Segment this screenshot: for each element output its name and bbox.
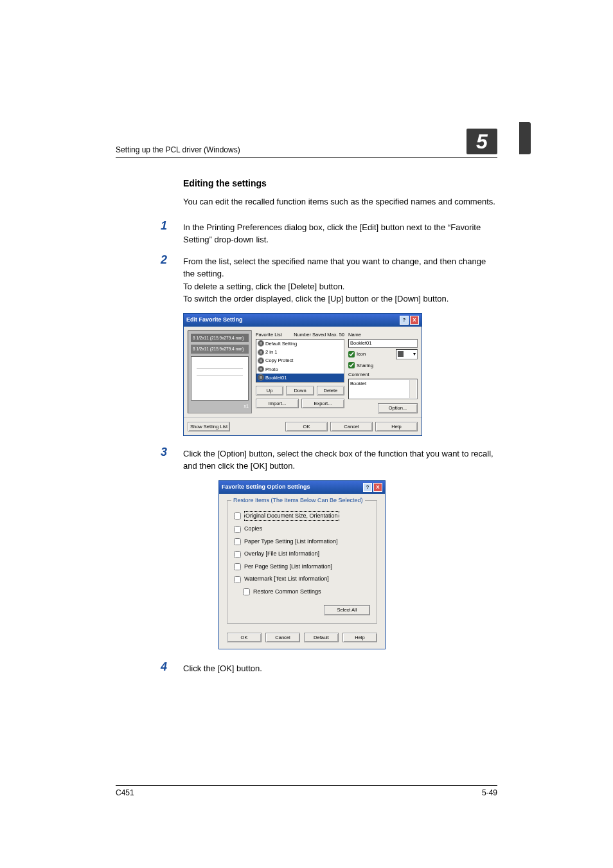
chapter-number-badge: 5: [466, 129, 497, 154]
sharing-label: Sharing: [357, 362, 373, 369]
dialog-titlebar: Favorite Setting Option Settings ? X: [219, 481, 385, 494]
select-all-button[interactable]: Select All: [324, 605, 370, 615]
list-item[interactable]: Gray Scale: [256, 382, 344, 383]
step-number: 4: [161, 661, 183, 675]
checkbox[interactable]: [234, 551, 241, 558]
step2-line1: From the list, select the specified name…: [183, 257, 486, 279]
option-row[interactable]: Per Page Setting [List Information]: [234, 563, 370, 572]
option-button[interactable]: Option...: [378, 403, 418, 413]
checkbox[interactable]: [234, 512, 241, 520]
chevron-down-icon: ▾: [413, 350, 416, 357]
help-icon[interactable]: ?: [363, 483, 372, 492]
ok-button[interactable]: OK: [285, 422, 328, 431]
option-label: Copies: [244, 525, 262, 534]
option-row[interactable]: Watermark [Text List Information]: [234, 575, 370, 584]
delete-button[interactable]: Delete: [317, 386, 344, 395]
help-button[interactable]: Help: [375, 422, 418, 431]
gear-icon: [258, 375, 263, 380]
option-label: Watermark [Text List Information]: [244, 575, 329, 584]
help-icon[interactable]: ?: [400, 316, 409, 325]
comment-textarea[interactable]: Booklet: [348, 379, 418, 399]
close-icon[interactable]: X: [373, 483, 382, 492]
show-setting-list-button[interactable]: Show Setting List: [188, 422, 230, 431]
option-row[interactable]: Original Document Size, Orientation: [234, 511, 370, 521]
close-icon[interactable]: X: [410, 316, 419, 325]
option-label: Restore Common Settings: [253, 588, 321, 597]
icon-label: Icon: [357, 350, 366, 357]
dialog-title: Edit Favorite Setting: [186, 316, 243, 325]
list-item[interactable]: Default Setting: [256, 339, 344, 348]
restore-items-group: Restore Items (The Items Below Can Be Se…: [227, 500, 377, 624]
checkbox[interactable]: [243, 588, 250, 595]
step2-line2: To delete a setting, click the [Delete] …: [183, 282, 344, 291]
sharing-checkbox[interactable]: [348, 362, 355, 368]
icon-checkbox[interactable]: [348, 351, 355, 357]
preview-size-from: 8 1/2x11 (215.9x279.4 mm): [191, 334, 249, 343]
cancel-button[interactable]: Cancel: [265, 633, 300, 642]
option-row[interactable]: Restore Common Settings: [243, 588, 370, 597]
side-tab-decoration: [519, 122, 531, 154]
scrollbar[interactable]: [409, 380, 416, 398]
page-footer: C451 5-49: [116, 785, 497, 797]
list-item-selected[interactable]: Booklet01: [256, 374, 344, 382]
option-label: Per Page Setting [List Information]: [244, 563, 332, 572]
option-row[interactable]: Paper Type Setting [List Information]: [234, 538, 370, 547]
step-text: From the list, select the specified name…: [183, 254, 497, 305]
gear-icon: [258, 366, 263, 372]
option-label: Paper Type Setting [List Information]: [244, 538, 337, 547]
export-button[interactable]: Export...: [301, 399, 344, 408]
checkbox[interactable]: [234, 576, 241, 583]
step-text: In the Printing Preferences dialog box, …: [183, 220, 497, 246]
icon-dropdown[interactable]: ▾: [396, 349, 418, 359]
preview-zoom: x1: [191, 403, 249, 410]
favorite-list[interactable]: Default Setting 2 in 1 Copy Protect Phot…: [256, 339, 344, 383]
up-button[interactable]: Up: [256, 386, 283, 395]
comment-label: Comment: [348, 371, 418, 378]
help-button[interactable]: Help: [342, 633, 377, 642]
cancel-button[interactable]: Cancel: [330, 422, 373, 431]
footer-page: 5-49: [482, 788, 497, 797]
dialog-titlebar: Edit Favorite Setting ? X: [184, 314, 422, 327]
booklet-icon: [398, 351, 404, 357]
ok-button[interactable]: OK: [227, 633, 262, 642]
preview-page-icon: [191, 356, 249, 401]
import-button[interactable]: Import...: [256, 399, 299, 408]
step-number: 2: [161, 254, 183, 305]
preview-pane: 8 1/2x11 (215.9x279.4 mm) 8 1/2x11 (215.…: [188, 330, 252, 413]
checkbox[interactable]: [234, 526, 241, 533]
edit-favorite-setting-dialog: Edit Favorite Setting ? X 8 1/2x11 (215.…: [183, 313, 422, 436]
favorite-list-label: Favorite List: [256, 331, 282, 338]
step-number: 3: [161, 446, 183, 473]
step-text: Click the [OK] button.: [183, 661, 497, 675]
section-heading: Editing the settings: [183, 177, 497, 190]
option-label: Overlay [File List Information]: [244, 550, 319, 559]
max-saved-label: Number Saved Max. 50: [294, 331, 344, 338]
name-label: Name: [348, 331, 418, 338]
preview-size-to: 8 1/2x11 (215.9x279.4 mm): [191, 345, 249, 354]
footer-model: C451: [116, 788, 134, 797]
default-button[interactable]: Default: [304, 633, 339, 642]
option-row[interactable]: Overlay [File List Information]: [234, 550, 370, 559]
gear-icon: [258, 341, 263, 346]
step2-line3: To switch the order displayed, click the…: [183, 294, 449, 303]
name-input[interactable]: Booklet01: [348, 339, 418, 348]
option-row[interactable]: Copies: [234, 525, 370, 534]
gear-icon: [258, 358, 263, 363]
list-item[interactable]: Photo: [256, 365, 344, 374]
header-title: Setting up the PCL driver (Windows): [116, 145, 240, 154]
group-label: Restore Items (The Items Below Can Be Se…: [231, 496, 365, 505]
option-label: Original Document Size, Orientation: [244, 511, 339, 521]
step-number: 1: [161, 220, 183, 246]
list-item[interactable]: 2 in 1: [256, 348, 344, 356]
down-button[interactable]: Down: [286, 386, 314, 395]
checkbox[interactable]: [234, 538, 241, 545]
list-item[interactable]: Copy Protect: [256, 356, 344, 365]
checkbox[interactable]: [234, 563, 241, 570]
intro-paragraph: You can edit the recalled function items…: [183, 195, 497, 208]
page-header: Setting up the PCL driver (Windows) 5: [116, 129, 497, 158]
step-text: Click the [Option] button, select the ch…: [183, 446, 497, 473]
favorite-setting-option-dialog: Favorite Setting Option Settings ? X Res…: [218, 480, 386, 649]
dialog-title: Favorite Setting Option Settings: [222, 483, 310, 492]
gear-icon: [258, 350, 263, 355]
